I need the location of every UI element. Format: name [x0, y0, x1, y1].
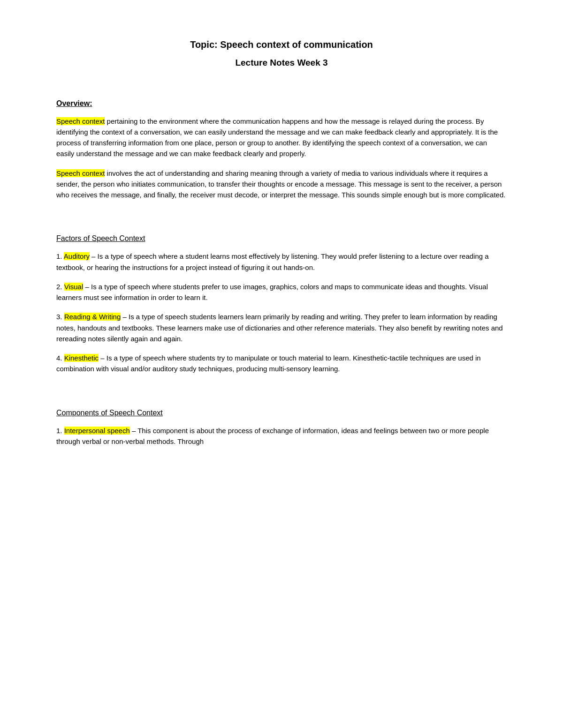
factors-item-3-number: 3. — [56, 313, 64, 321]
components-heading: Components of Speech Context — [56, 407, 507, 419]
components-item-1-highlight: Interpersonal speech — [64, 427, 130, 435]
factors-item-1-text: – Is a type of speech where a student le… — [56, 252, 489, 271]
factors-item-1: 1. Auditory – Is a type of speech where … — [56, 251, 507, 273]
factors-item-1-number: 1. — [56, 252, 64, 260]
factors-section: Factors of Speech Context 1. Auditory – … — [56, 233, 507, 374]
overview-highlight-2: Speech context — [56, 169, 105, 177]
overview-paragraph-2-text: involves the act of understanding and sh… — [56, 169, 505, 199]
factors-item-3-highlight: Reading & Writing — [64, 313, 121, 321]
factors-item-3: 3. Reading & Writing – Is a type of spee… — [56, 311, 507, 344]
factors-item-2-number: 2. — [56, 283, 64, 291]
overview-paragraph-1: Speech context pertaining to the environ… — [56, 116, 507, 159]
factors-item-2-text: – Is a type of speech where students pre… — [56, 283, 488, 301]
page-title: Topic: Speech context of communication — [56, 38, 507, 52]
overview-paragraph-1-text: pertaining to the environment where the … — [56, 117, 498, 158]
factors-item-1-highlight: Auditory — [64, 252, 90, 260]
factors-item-2: 2. Visual – Is a type of speech where st… — [56, 281, 507, 303]
components-item-1: 1. Interpersonal speech – This component… — [56, 425, 507, 447]
factors-item-2-highlight: Visual — [64, 283, 84, 291]
overview-paragraph-2: Speech context involves the act of under… — [56, 168, 507, 201]
page-subtitle: Lecture Notes Week 3 — [56, 56, 507, 70]
factors-item-3-text: – Is a type of speech students learners … — [56, 313, 503, 343]
overview-heading: Overview: — [56, 98, 507, 109]
overview-section: Overview: Speech context pertaining to t… — [56, 98, 507, 201]
components-section: Components of Speech Context 1. Interper… — [56, 407, 507, 447]
factors-item-4-text: – Is a type of speech where students try… — [56, 354, 481, 373]
overview-highlight-1: Speech context — [56, 117, 105, 125]
factors-item-4-number: 4. — [56, 354, 64, 362]
factors-item-4: 4. Kinesthetic – Is a type of speech whe… — [56, 353, 507, 375]
spacer-2 — [56, 393, 507, 407]
factors-item-4-highlight: Kinesthetic — [64, 354, 99, 362]
overview-heading-colon: : — [90, 99, 92, 107]
components-item-1-number: 1. — [56, 427, 64, 435]
overview-heading-text: Overview — [56, 99, 90, 107]
factors-heading: Factors of Speech Context — [56, 233, 507, 244]
spacer-1 — [56, 219, 507, 233]
